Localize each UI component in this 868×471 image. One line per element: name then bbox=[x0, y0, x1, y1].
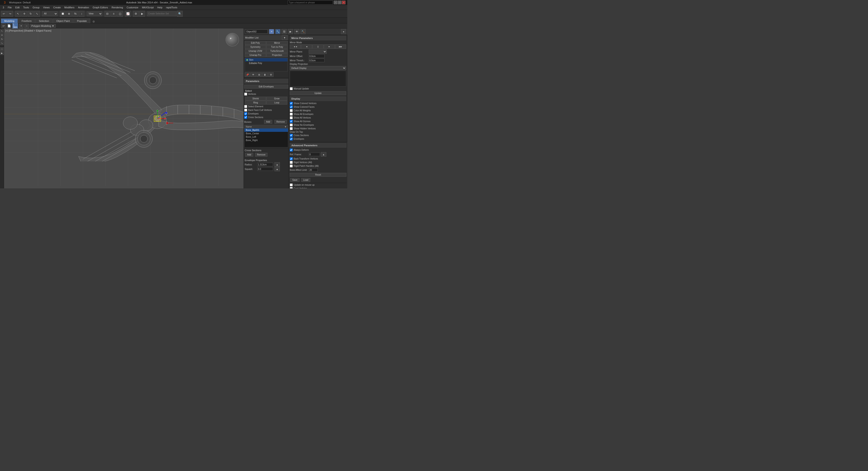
left-tb-move[interactable]: ✛ bbox=[0, 33, 4, 37]
modifier-list-dropdown[interactable]: ▼ bbox=[282, 35, 287, 40]
load-btn[interactable]: Load bbox=[301, 178, 310, 182]
percent-snap-btn[interactable]: % bbox=[72, 11, 78, 17]
mirror-mode-btn-0[interactable]: ◄◄ bbox=[290, 44, 301, 49]
unwrap-uvw-btn[interactable]: Unwrap UVW bbox=[245, 49, 266, 53]
stack-make-unique-btn[interactable]: ⊞ bbox=[256, 72, 262, 77]
squash-spin-up[interactable]: ▲ bbox=[274, 167, 280, 171]
spinner-snap-btn[interactable]: ↕ bbox=[79, 11, 85, 17]
tab-object-paint[interactable]: Object Paint bbox=[53, 19, 73, 23]
panel-utilities-icon[interactable]: 🔨 bbox=[301, 29, 306, 34]
menu-item-help[interactable]: Help bbox=[155, 6, 164, 9]
sub-tb-btn-3[interactable]: + bbox=[19, 24, 24, 28]
loop-btn[interactable]: Loop bbox=[266, 101, 287, 105]
tab-freeform[interactable]: Freeform bbox=[18, 19, 35, 23]
edit-envelopes-btn[interactable]: Edit Envelopes bbox=[244, 85, 288, 89]
bone-affect-input[interactable] bbox=[309, 168, 318, 172]
show-colored-faces-cb[interactable] bbox=[290, 105, 293, 108]
backface-cull-checkbox[interactable] bbox=[244, 109, 247, 111]
search-scene-btn[interactable]: 🔍 bbox=[177, 11, 183, 17]
polygon-modeling-btn[interactable]: Polygon Modeling ▼ bbox=[30, 24, 56, 28]
shrink-btn[interactable]: Shrink bbox=[245, 97, 266, 101]
squash-input[interactable] bbox=[257, 167, 273, 171]
tab-options-icon[interactable]: ⚙ bbox=[92, 20, 95, 23]
panel-motion-icon[interactable]: ▶ bbox=[288, 29, 293, 34]
rotate-button[interactable]: ↻ bbox=[28, 11, 34, 17]
menu-item-edit[interactable]: Edit bbox=[13, 6, 22, 9]
layer-button[interactable]: ◫ bbox=[117, 11, 123, 17]
viewport-nav-cube[interactable]: P bbox=[225, 33, 239, 46]
bone-item-2[interactable]: Bone_Left bbox=[244, 135, 288, 139]
envelopes-dt-cb[interactable] bbox=[290, 137, 293, 140]
named-selection-input[interactable] bbox=[147, 11, 176, 16]
projection-btn[interactable]: Projection bbox=[266, 53, 288, 57]
menu-item-create[interactable]: Create bbox=[52, 6, 62, 9]
render-btn[interactable]: ▶ bbox=[139, 11, 145, 17]
show-all-vertices-cb[interactable] bbox=[290, 116, 293, 119]
angle-snap-btn[interactable]: ⊕ bbox=[66, 11, 72, 17]
mirror-mode-btn-3[interactable]: ► bbox=[324, 44, 335, 49]
stack-configure-btn[interactable]: ⚙ bbox=[268, 72, 274, 77]
left-tb-rotate[interactable]: ↻ bbox=[0, 37, 4, 41]
symmetry-btn[interactable]: Symmetry bbox=[245, 45, 266, 49]
show-all-gizmos-cb[interactable] bbox=[290, 120, 293, 123]
redo-button[interactable]: ↪ bbox=[7, 11, 13, 17]
bone-item-0[interactable]: Bone_Bip001 bbox=[244, 129, 288, 132]
cross-sections-remove-btn[interactable]: Remove bbox=[255, 153, 268, 157]
maximize-button[interactable]: □ bbox=[338, 1, 341, 4]
panel-expand-icon[interactable]: ◂ bbox=[341, 29, 346, 34]
select-filter-dropdown[interactable]: All bbox=[42, 11, 58, 16]
menu-item-rendering[interactable]: Rendering bbox=[110, 6, 125, 9]
update-on-mouse-cb[interactable] bbox=[290, 183, 293, 187]
bone-item-3[interactable]: Bone_Right bbox=[244, 139, 288, 142]
mirror-mode-btn-4[interactable]: ▶▶ bbox=[335, 44, 346, 49]
undo-button[interactable]: ↩ bbox=[1, 11, 7, 17]
radius-spin-up[interactable]: ▲ bbox=[274, 162, 280, 167]
save-btn[interactable]: Save bbox=[290, 178, 300, 182]
ring-btn[interactable]: Ring bbox=[245, 101, 266, 105]
nav-sphere[interactable]: P bbox=[225, 33, 239, 46]
view-dropdown[interactable]: View bbox=[87, 11, 102, 16]
stack-item-skin[interactable]: Skin bbox=[245, 58, 287, 62]
bones-remove-btn[interactable]: Remove bbox=[274, 120, 287, 124]
rigid-vertices-cb[interactable] bbox=[290, 161, 293, 164]
bone-item-1[interactable]: Bone_Center bbox=[244, 132, 288, 135]
panel-create-icon[interactable]: ✦ bbox=[269, 29, 274, 34]
edit-poly-btn[interactable]: Edit Poly bbox=[245, 41, 266, 45]
curve-editor-btn[interactable]: 📈 bbox=[125, 11, 131, 17]
cross-sections-checkbox[interactable] bbox=[244, 116, 247, 119]
left-tb-shapes[interactable]: □ bbox=[0, 47, 4, 51]
left-tb-select[interactable]: ↖ bbox=[0, 29, 4, 33]
bones-add-btn[interactable]: Add bbox=[264, 120, 272, 124]
viewport[interactable]: [+] [Perspective] [Shaded + Edged Faces] bbox=[4, 28, 244, 189]
show-hidden-vertices-cb[interactable] bbox=[290, 127, 293, 130]
skin-label-btn[interactable]: 1. Skin bbox=[12, 23, 18, 29]
menu-item-views[interactable]: Views bbox=[41, 6, 52, 9]
menu-item-tools[interactable]: Tools bbox=[22, 6, 31, 9]
menu-item-customize[interactable]: Customize bbox=[125, 6, 140, 9]
menu-item-animation[interactable]: Animation bbox=[76, 6, 91, 9]
radius-input[interactable] bbox=[257, 163, 273, 166]
menu-item-modifiers[interactable]: Modifiers bbox=[62, 6, 76, 9]
menu-item-group[interactable]: Group bbox=[31, 6, 41, 9]
menu-item-maxscript[interactable]: MAXScript bbox=[140, 6, 155, 9]
back-transform-cb[interactable] bbox=[290, 157, 293, 160]
close-button[interactable]: × bbox=[342, 1, 345, 4]
manual-update-checkbox[interactable] bbox=[290, 87, 293, 90]
ref-frame-up[interactable]: ▲ bbox=[321, 152, 326, 157]
stack-delete-btn[interactable]: 🗑 bbox=[262, 72, 268, 77]
fast-updates-cb[interactable] bbox=[290, 187, 293, 189]
mirror-tb-button[interactable]: ⊟ bbox=[104, 11, 110, 17]
show-colored-vertices-cb[interactable] bbox=[290, 102, 293, 105]
mirror-mode-btn-1[interactable]: ◄ bbox=[301, 44, 312, 49]
tab-populate[interactable]: Populate bbox=[73, 19, 90, 23]
grow-btn[interactable]: Grow bbox=[266, 97, 287, 101]
sub-tb-btn-2[interactable]: 📄 bbox=[7, 24, 11, 28]
menu-item-graph-editors[interactable]: Graph Editors bbox=[91, 6, 110, 9]
envelopes-checkbox[interactable] bbox=[244, 112, 247, 115]
vertices-checkbox[interactable] bbox=[244, 93, 247, 96]
move-button[interactable]: ✛ bbox=[22, 11, 27, 17]
panel-modify-icon[interactable]: 🔧 bbox=[275, 29, 280, 34]
align-button[interactable]: ≡ bbox=[111, 11, 117, 17]
mirror-btn[interactable]: Mirror bbox=[266, 41, 288, 45]
snap-btn[interactable]: 🔲 bbox=[60, 11, 66, 17]
